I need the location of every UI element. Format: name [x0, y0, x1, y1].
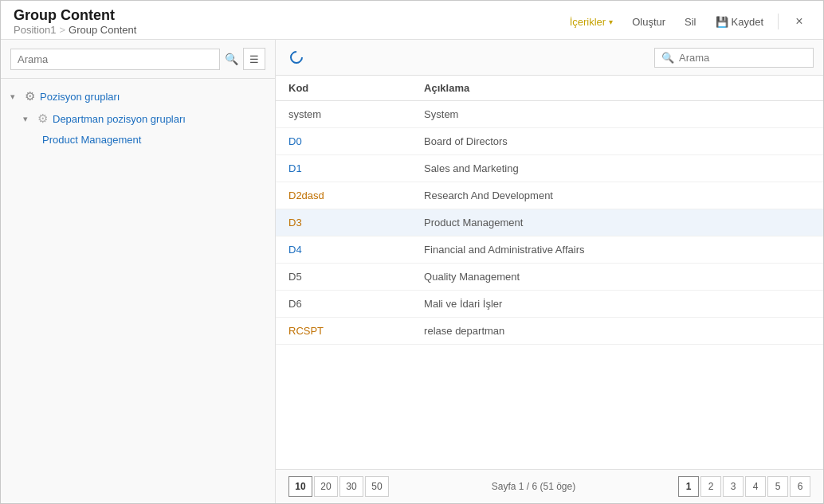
description-cell: Quality Management — [411, 264, 823, 291]
search-icon[interactable]: 🔍 — [225, 53, 238, 65]
table-row[interactable]: D2dasdResearch And Development — [276, 182, 823, 209]
sil-button[interactable]: Sil — [677, 13, 704, 31]
kaydet-label: Kaydet — [732, 16, 763, 28]
table-row[interactable]: D0Board of Directors — [276, 128, 823, 155]
page-number-btn[interactable]: 5 — [767, 476, 788, 497]
page-number-btn[interactable]: 2 — [700, 476, 721, 497]
content-search-box: 🔍 — [654, 48, 814, 68]
data-table: Kod Açıklama systemSystemD0Board of Dire… — [276, 76, 823, 345]
expand-arrow-icon: ▾ — [23, 114, 33, 124]
code-cell: D0 — [276, 128, 411, 155]
breadcrumb-parent: Position1 — [14, 24, 56, 36]
code-cell: system — [276, 101, 411, 128]
main-window: Group Content Position1 > Group Content … — [0, 0, 824, 504]
tree-item-departman[interactable]: ▾ ⚙ Departman pozisyon grupları — [1, 107, 275, 130]
page-title: Group Content — [14, 7, 136, 24]
sidebar-toggle-button[interactable]: ☰ — [243, 48, 265, 70]
tree: ▾ ⚙ Pozisyon grupları ▾ ⚙ Departman pozi… — [1, 79, 275, 503]
table-row[interactable]: D3Product Management — [276, 209, 823, 236]
content-search-input[interactable] — [679, 52, 813, 64]
code-cell: D6 — [276, 291, 411, 318]
breadcrumb-separator: > — [59, 24, 65, 36]
page-number-btn[interactable]: 4 — [745, 476, 766, 497]
description-cell: Product Management — [411, 209, 823, 236]
tree-item-product-management[interactable]: Product Management — [1, 130, 275, 150]
main-content: 🔍 ☰ ▾ ⚙ Pozisyon grupları ▾ ⚙ Departman … — [1, 40, 823, 503]
table-row[interactable]: RCSPTrelase departman — [276, 318, 823, 345]
page-number-btn[interactable]: 3 — [723, 476, 744, 497]
description-cell: System — [411, 101, 823, 128]
table-row[interactable]: systemSystem — [276, 101, 823, 128]
title-actions: İçerikler ▾ Oluştur Sil 💾 Kaydet × — [562, 10, 810, 33]
table-row[interactable]: D6Mali ve İdari İşler — [276, 291, 823, 318]
tree-item-label: Departman pozisyon grupları — [53, 113, 186, 125]
description-cell: Mali ve İdari İşler — [411, 291, 823, 318]
olustur-label: Oluştur — [632, 16, 665, 28]
page-info: Sayfa 1 / 6 (51 öge) — [392, 481, 675, 492]
breadcrumb: Position1 > Group Content — [14, 24, 136, 36]
group-icon: ⚙ — [25, 89, 35, 104]
page-size-20[interactable]: 20 — [314, 476, 338, 497]
code-cell: D3 — [276, 209, 411, 236]
table-row[interactable]: D4Financial and Administrative Affairs — [276, 236, 823, 264]
kaydet-button[interactable]: 💾 Kaydet — [708, 13, 771, 31]
tree-item-label: Pozisyon grupları — [40, 91, 120, 103]
content-panel: 🔍 Kod Açıklama systemSystemD0Board of Di… — [276, 40, 823, 503]
code-cell: D1 — [276, 155, 411, 182]
icerikler-button[interactable]: İçerikler ▾ — [562, 13, 622, 31]
code-cell: D2dasd — [276, 182, 411, 209]
olustur-button[interactable]: Oluştur — [624, 13, 673, 31]
tree-item-pozisyon-gruplari[interactable]: ▾ ⚙ Pozisyon grupları — [1, 85, 275, 107]
content-toolbar: 🔍 — [276, 40, 823, 76]
page-size-30[interactable]: 30 — [339, 476, 363, 497]
code-cell: D4 — [276, 236, 411, 264]
description-cell: Financial and Administrative Affairs — [411, 236, 823, 264]
col-header-kod: Kod — [276, 76, 411, 101]
table-row[interactable]: D5Quality Management — [276, 264, 823, 291]
description-cell: Board of Directors — [411, 128, 823, 155]
pagination: 10 20 30 50 Sayfa 1 / 6 (51 öge) 123456 — [276, 469, 823, 503]
refresh-icon — [288, 49, 306, 67]
col-header-aciklama: Açıklama — [411, 76, 823, 101]
table-header-row: Kod Açıklama — [276, 76, 823, 101]
sidebar-search-bar: 🔍 ☰ — [1, 40, 275, 79]
table-row[interactable]: D1Sales and Marketing — [276, 155, 823, 182]
search-input[interactable] — [10, 49, 220, 70]
expand-arrow-icon: ▾ — [10, 92, 20, 102]
title-bar: Group Content Position1 > Group Content … — [1, 1, 823, 40]
page-size-10[interactable]: 10 — [288, 476, 312, 497]
search-icon: 🔍 — [661, 52, 674, 64]
sil-label: Sil — [685, 16, 696, 28]
action-divider — [778, 14, 779, 29]
list-icon: ☰ — [249, 53, 259, 65]
dept-icon: ⚙ — [37, 111, 48, 126]
refresh-button[interactable] — [285, 46, 308, 68]
icerikler-label: İçerikler — [570, 16, 606, 28]
save-icon: 💾 — [716, 16, 728, 28]
description-cell: Sales and Marketing — [411, 155, 823, 182]
code-cell: RCSPT — [276, 318, 411, 345]
breadcrumb-current: Group Content — [69, 24, 136, 36]
page-nav: 123456 — [678, 476, 810, 497]
page-size-50[interactable]: 50 — [365, 476, 389, 497]
sidebar: 🔍 ☰ ▾ ⚙ Pozisyon grupları ▾ ⚙ Departman … — [1, 40, 276, 503]
description-cell: relase departman — [411, 318, 823, 345]
page-sizes: 10 20 30 50 — [288, 476, 389, 497]
title-left: Group Content Position1 > Group Content — [14, 7, 136, 36]
description-cell: Research And Development — [411, 182, 823, 209]
data-table-container: Kod Açıklama systemSystemD0Board of Dire… — [276, 76, 823, 469]
code-cell: D5 — [276, 264, 411, 291]
close-button[interactable]: × — [788, 10, 810, 33]
chevron-down-icon: ▾ — [609, 18, 613, 26]
page-number-btn[interactable]: 6 — [790, 476, 810, 497]
tree-item-label: Product Management — [42, 134, 141, 146]
page-number-btn[interactable]: 1 — [678, 476, 699, 497]
